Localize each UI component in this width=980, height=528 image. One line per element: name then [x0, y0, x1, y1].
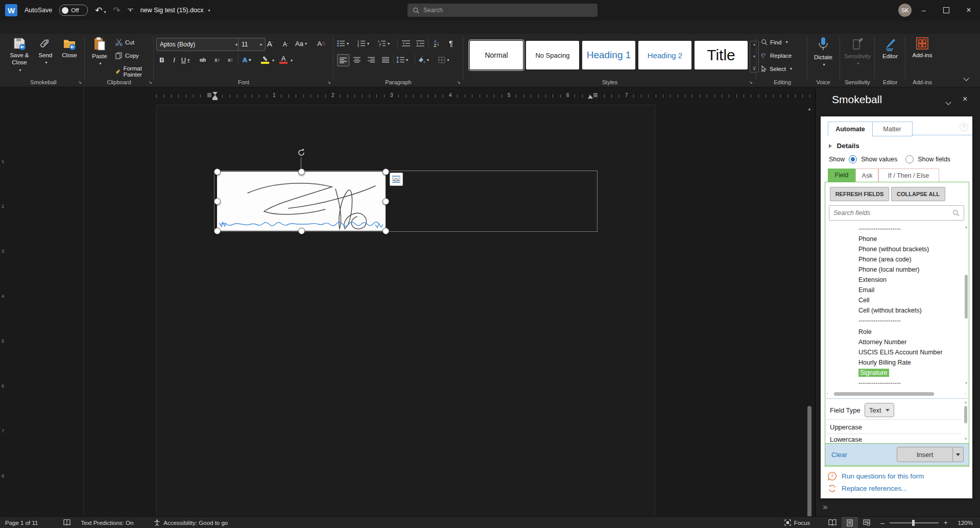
increase-indent-icon[interactable]	[415, 38, 426, 49]
minimize-icon[interactable]: –	[913, 0, 935, 20]
list-scroll-up-icon[interactable]: ▲	[964, 225, 968, 229]
style-title[interactable]: Title	[695, 41, 748, 69]
panel-expand-icon[interactable]: »	[823, 502, 826, 512]
subscript-button[interactable]: x2	[211, 54, 223, 65]
copy-button[interactable]: Copy	[115, 52, 139, 59]
search-bar[interactable]: Search	[408, 4, 597, 17]
line-spacing-icon[interactable]: ▾	[396, 54, 408, 65]
resize-handle-s[interactable]	[298, 228, 305, 234]
underline-button[interactable]: U▾	[180, 54, 191, 65]
options-scroll-down-icon[interactable]: ▼	[964, 437, 968, 441]
field-item-email[interactable]: Email	[826, 285, 963, 295]
field-type-dropdown[interactable]: Text	[865, 403, 894, 417]
document-page[interactable]	[156, 105, 655, 517]
cut-button[interactable]: Cut	[115, 39, 134, 46]
resize-handle-sw[interactable]	[214, 228, 221, 234]
resize-handle-n[interactable]	[298, 169, 305, 175]
bullets-icon[interactable]: ▾	[337, 38, 349, 49]
field-item-attorney-number[interactable]: Attorney Number	[826, 337, 963, 347]
style-heading1[interactable]: Heading 1	[582, 41, 635, 69]
grow-font-icon[interactable]: Aˆ	[265, 38, 276, 49]
field-item-role[interactable]: Role	[826, 327, 963, 337]
mode-tab-field[interactable]: Field	[828, 169, 855, 182]
font-size-combo[interactable]: 11▾	[238, 38, 266, 51]
undo-icon[interactable]: ↶▾	[95, 5, 106, 16]
zoom-slider[interactable]	[890, 522, 939, 523]
format-painter-button[interactable]: Format Painter	[115, 65, 152, 78]
find-button[interactable]: Find▾	[761, 39, 787, 45]
read-mode-icon[interactable]	[823, 517, 842, 528]
clipboard-dialog-launcher-icon[interactable]: ↘	[148, 80, 152, 85]
word-logo-icon[interactable]: W	[5, 4, 17, 16]
document-title[interactable]: new Sig test (15).docx▾	[140, 7, 210, 14]
replace-button[interactable]: bc Replace	[761, 52, 792, 59]
print-layout-icon[interactable]	[842, 517, 858, 528]
dictate-button[interactable]: Dictate▾	[811, 37, 835, 67]
resize-handle-e[interactable]	[383, 198, 389, 205]
close-icon[interactable]: ×	[958, 0, 980, 20]
mode-tab-ask[interactable]: Ask	[855, 169, 879, 182]
show-fields-radio[interactable]	[905, 155, 914, 163]
field-item-signature-selected[interactable]: Signature	[826, 368, 963, 378]
details-section[interactable]: Details	[829, 142, 859, 150]
close-document-button[interactable]: Close	[58, 37, 81, 59]
quick-access-icon[interactable]: ▾	[128, 9, 133, 12]
borders-icon[interactable]: ▾	[438, 54, 449, 65]
resize-handle-ne[interactable]	[383, 169, 389, 175]
align-left-button[interactable]	[337, 54, 349, 66]
select-button[interactable]: Select▾	[761, 65, 792, 72]
highlight-color-icon[interactable]	[259, 54, 271, 65]
redo-icon[interactable]: ↷	[113, 5, 120, 16]
resize-handle-nw[interactable]	[214, 169, 221, 175]
details-expand-icon[interactable]	[829, 144, 832, 148]
option-lowercase[interactable]: Lowercase	[830, 436, 862, 443]
show-fields-label[interactable]: Show fields	[918, 156, 950, 163]
sort-icon[interactable]: AZ↓	[431, 38, 442, 49]
rotate-handle-icon[interactable]	[297, 148, 306, 157]
panel-collapse-icon[interactable]	[946, 99, 950, 106]
addins-button[interactable]: Add-ins	[908, 37, 937, 59]
collapse-ribbon-icon[interactable]	[964, 75, 968, 82]
paste-button[interactable]: Paste▾	[87, 37, 112, 66]
shading-icon[interactable]: ▾	[418, 54, 429, 65]
maximize-icon[interactable]	[935, 0, 958, 20]
list-hscrollbar-thumb[interactable]	[834, 392, 934, 396]
autosave-toggle[interactable]: Off	[59, 5, 88, 16]
show-values-label[interactable]: Show values	[861, 156, 897, 163]
help-icon[interactable]: ?	[960, 123, 968, 131]
mode-tab-if-then-else[interactable]: If / Then / Else	[878, 169, 939, 182]
field-item-cell[interactable]: Cell	[826, 295, 963, 305]
show-marks-icon[interactable]: ¶	[445, 38, 457, 49]
refresh-fields-button[interactable]: REFRESH FIELDS	[830, 187, 889, 201]
decrease-indent-icon[interactable]	[400, 38, 412, 49]
options-scrollbar[interactable]: ▲ ▼	[963, 400, 969, 442]
focus-mode[interactable]: Focus	[779, 517, 815, 528]
list-scroll-down-icon[interactable]: ▼	[964, 381, 968, 386]
zoom-level[interactable]: 120%	[953, 517, 980, 528]
style-normal[interactable]: Normal	[470, 41, 523, 69]
font-name-combo[interactable]: Aptos (Body)▾	[156, 38, 241, 51]
run-questions-link[interactable]: Run questions for this form	[842, 472, 924, 480]
resize-handle-w[interactable]	[214, 198, 221, 205]
page-indicator[interactable]: Page 1 of 11	[0, 517, 43, 528]
numbering-icon[interactable]: 123▾	[357, 38, 369, 49]
editor-button[interactable]: Editor	[877, 37, 903, 60]
table-column-marker[interactable]	[593, 93, 597, 97]
text-effects-icon[interactable]: A▾	[241, 54, 252, 65]
layout-options-button[interactable]	[390, 173, 403, 186]
field-item-hourly-billing-rate[interactable]: Hourly Billing Rate	[826, 357, 963, 368]
show-values-radio[interactable]	[849, 155, 857, 163]
strikethrough-button[interactable]: ab	[197, 54, 208, 65]
field-item-phone-local-number[interactable]: Phone (local number)	[826, 265, 963, 275]
signature-image[interactable]	[217, 172, 386, 231]
style-heading2[interactable]: Heading 2	[638, 41, 691, 69]
align-right-button[interactable]	[366, 54, 377, 65]
field-list-hscrollbar[interactable]: ‹ ›	[827, 391, 969, 397]
clear-link[interactable]: Clear	[831, 451, 847, 459]
field-item-extension[interactable]: Extension	[826, 275, 963, 285]
smokeball-dialog-launcher-icon[interactable]: ↘	[78, 80, 82, 85]
scroll-up-icon[interactable]: ▲	[807, 107, 811, 111]
italic-button[interactable]: I	[169, 54, 180, 65]
shrink-font-icon[interactable]: Aˇ	[280, 39, 291, 50]
insert-dropdown-icon[interactable]	[953, 447, 964, 462]
